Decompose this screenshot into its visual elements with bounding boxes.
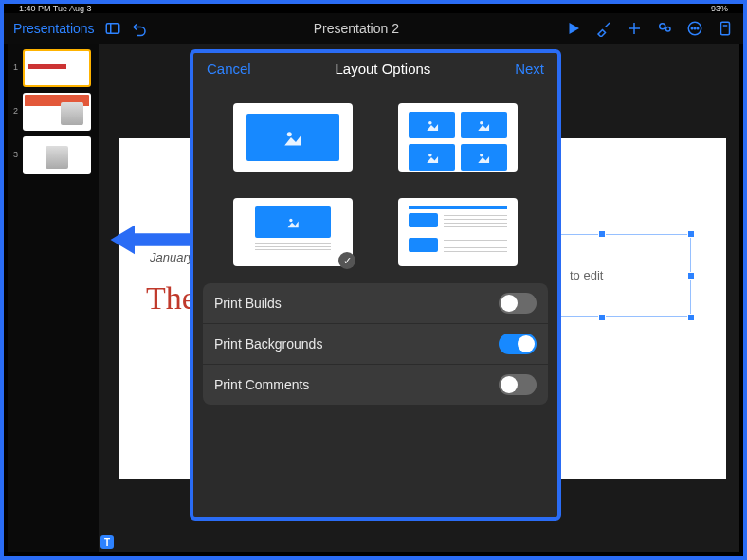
check-icon: ✓ xyxy=(338,252,355,269)
device-frame: 1:40 PM Tue Aug 3 93% Presentations Pres… xyxy=(4,4,743,556)
text-tool-badge[interactable]: T xyxy=(100,535,114,549)
layout-option-single[interactable] xyxy=(233,103,353,172)
back-button[interactable]: Presentations xyxy=(13,21,95,36)
svg-point-6 xyxy=(666,27,671,32)
document-title[interactable]: Presentation 2 xyxy=(148,21,565,36)
layout-option-notes[interactable]: ✓ xyxy=(233,198,353,266)
slide-navigator[interactable]: 1 2 3 xyxy=(8,44,99,552)
setting-print-builds: Print Builds xyxy=(203,283,548,323)
toolbar: Presentations Presentation 2 xyxy=(4,13,743,44)
sidebar-toggle-icon[interactable] xyxy=(104,20,121,37)
setting-print-comments: Print Comments xyxy=(203,365,548,405)
svg-marker-19 xyxy=(478,124,489,131)
svg-marker-21 xyxy=(427,156,438,163)
document-settings-icon[interactable] xyxy=(717,20,734,37)
svg-rect-0 xyxy=(106,24,119,34)
svg-point-8 xyxy=(691,27,693,29)
status-battery: 93% xyxy=(711,4,728,13)
next-button[interactable]: Next xyxy=(515,61,544,77)
svg-point-16 xyxy=(428,121,432,125)
slide-title[interactable]: The xyxy=(146,280,196,316)
more-icon[interactable] xyxy=(686,20,703,37)
layout-grid: ✓ xyxy=(193,84,557,283)
svg-point-9 xyxy=(694,27,696,29)
undo-icon[interactable] xyxy=(131,20,148,37)
toggle-print-backgrounds[interactable] xyxy=(499,334,537,354)
toggle-print-builds[interactable] xyxy=(499,293,537,314)
svg-marker-23 xyxy=(478,156,489,163)
svg-point-18 xyxy=(480,121,483,125)
dialog-title: Layout Options xyxy=(335,61,430,77)
thumbnail-2[interactable]: 2 xyxy=(11,93,95,131)
svg-rect-11 xyxy=(721,22,730,35)
placeholder-text: to edit xyxy=(570,268,603,282)
thumbnail-1[interactable]: 1 xyxy=(11,49,95,87)
status-bar: 1:40 PM Tue Aug 3 93% xyxy=(4,4,743,13)
svg-point-10 xyxy=(697,27,699,29)
setting-label: Print Builds xyxy=(214,296,282,311)
layout-options-dialog: Cancel Layout Options Next xyxy=(190,49,561,521)
thumbnail-3[interactable]: 3 xyxy=(11,136,95,174)
toggle-print-comments[interactable] xyxy=(499,374,537,395)
add-icon[interactable] xyxy=(626,20,643,37)
svg-marker-15 xyxy=(285,135,301,145)
setting-print-backgrounds: Print Backgrounds xyxy=(203,324,548,364)
status-time: 1:40 PM Tue Aug 3 xyxy=(19,4,92,13)
svg-point-22 xyxy=(480,154,483,157)
layout-option-grid[interactable] xyxy=(398,103,518,172)
svg-point-24 xyxy=(289,218,292,221)
svg-point-14 xyxy=(287,132,292,136)
svg-point-20 xyxy=(428,154,432,157)
svg-marker-25 xyxy=(287,221,298,227)
svg-point-5 xyxy=(660,24,665,29)
collaborate-icon[interactable] xyxy=(656,20,673,37)
setting-label: Print Comments xyxy=(214,377,309,392)
cancel-button[interactable]: Cancel xyxy=(207,61,251,77)
format-brush-icon[interactable] xyxy=(595,20,612,37)
layout-option-outline[interactable] xyxy=(398,198,518,266)
print-settings-list: Print Builds Print Backgrounds Print Com… xyxy=(193,283,557,405)
play-icon[interactable] xyxy=(565,20,582,37)
svg-marker-2 xyxy=(570,23,580,34)
setting-label: Print Backgrounds xyxy=(214,336,322,352)
svg-marker-17 xyxy=(427,124,438,131)
